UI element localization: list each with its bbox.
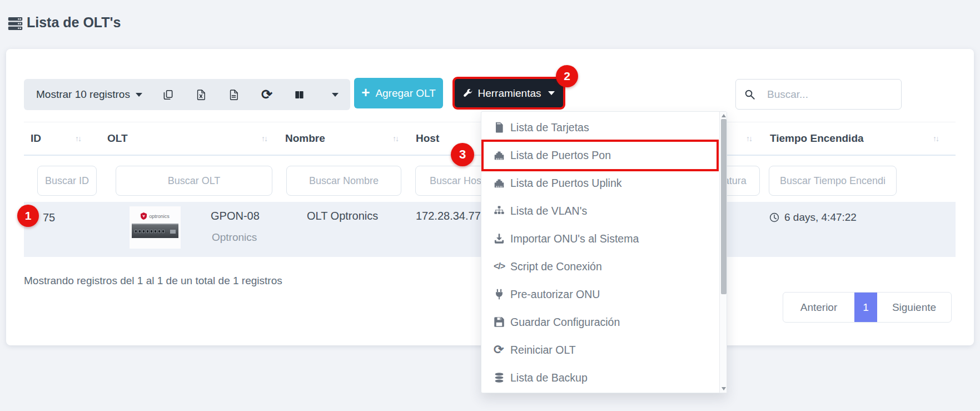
scroll-up-icon[interactable]: [722, 114, 726, 117]
cell-olt-model: GPON-08: [211, 210, 260, 222]
cell-olt-brand: Optronics: [212, 231, 257, 244]
menu-item-lista-de-vlans[interactable]: Lista de VLAN's: [481, 197, 727, 225]
scroll-down-icon[interactable]: [722, 387, 726, 390]
dropdown-scrollbar[interactable]: [719, 112, 727, 393]
menu-item-reiniciar-olt[interactable]: ⟳ Reiniciar OLT: [481, 336, 727, 364]
database-icon: [494, 372, 509, 383]
column-header-host[interactable]: Host: [416, 132, 439, 145]
server-icon: [8, 16, 23, 31]
cell-tiempo-encendida: 6 days, 4:47:22: [769, 211, 857, 224]
column-header-nombre[interactable]: Nombre: [285, 132, 325, 145]
sort-icon[interactable]: ↑↓: [392, 134, 398, 143]
menu-item-importar-onus[interactable]: Importar ONU's al Sistema: [481, 225, 727, 252]
filter-olt-input[interactable]: [116, 166, 272, 196]
ethernet-icon: [494, 150, 509, 161]
cell-id: 75: [43, 211, 55, 224]
annotation-step-2: 2: [556, 65, 578, 87]
sd-card-icon: [494, 122, 509, 133]
plus-icon: +: [361, 87, 370, 98]
filter-tiempo-input[interactable]: [769, 166, 897, 196]
search-icon: [744, 88, 755, 100]
olt-list-screen: Lista de OLT's Mostrar 10 registros: [0, 0, 980, 411]
menu-item-lista-de-puertos-pon[interactable]: Lista de Puertos Pon: [481, 141, 727, 169]
cell-nombre: OLT Optronics: [307, 210, 378, 222]
copy-icon[interactable]: [162, 88, 175, 101]
columns-visibility-icon[interactable]: [293, 88, 306, 101]
olt-chassis-graphic: [132, 224, 178, 238]
length-menu[interactable]: Mostrar 10 registros: [36, 88, 130, 101]
chevron-down-icon: [548, 91, 555, 95]
search-input[interactable]: [766, 88, 896, 101]
menu-item-lista-de-puertos-uplink[interactable]: Lista de Puertos Uplink: [481, 169, 727, 197]
table-info: Mostrando registros del 1 al 1 de un tot…: [24, 275, 282, 287]
pagination-next[interactable]: Siguiente: [877, 293, 951, 322]
menu-item-pre-autorizar-onu[interactable]: Pre-autorizar ONU: [481, 280, 727, 308]
menu-item-lista-de-backup[interactable]: Lista de Backup: [481, 364, 727, 392]
cell-host: 172.28.34.77: [416, 210, 481, 222]
tools-dropdown-menu: Lista de Tarjetas Lista de Puertos Pon: [481, 111, 727, 393]
pagination-previous[interactable]: Anterior: [783, 293, 854, 322]
menu-item-lista-de-tarjetas[interactable]: Lista de Tarjetas: [481, 113, 727, 141]
add-olt-button[interactable]: + Agregar OLT: [354, 78, 443, 108]
chevron-down-icon: [136, 93, 142, 97]
table-search: [735, 79, 902, 110]
clock-icon: [769, 212, 780, 223]
column-header-id[interactable]: ID: [31, 132, 41, 145]
column-header-tiempo-encendida[interactable]: Tiempo Encendida: [770, 132, 864, 145]
table-controls-bar: Mostrar 10 registros: [24, 79, 350, 110]
wrench-icon: [463, 88, 472, 98]
olt-device-image: optronics: [130, 206, 181, 249]
pagination: Anterior 1 Siguiente: [783, 292, 952, 323]
sort-icon[interactable]: ↑↓: [75, 134, 81, 143]
save-icon: [494, 316, 509, 328]
annotation-step-1: 1: [17, 205, 39, 227]
excel-export-icon[interactable]: [195, 88, 207, 101]
filter-id-input[interactable]: [37, 166, 97, 196]
menu-item-script-de-conexion[interactable]: </> Script de Conexión: [481, 252, 727, 280]
download-icon: [494, 233, 509, 244]
sort-icon[interactable]: ↑↓: [746, 134, 752, 143]
page-title: Lista de OLT's: [27, 14, 121, 31]
column-header-olt[interactable]: OLT: [107, 132, 128, 145]
optronics-logo: optronics: [141, 212, 170, 220]
pagination-page-1[interactable]: 1: [854, 293, 877, 322]
refresh-icon: ⟳: [494, 344, 509, 355]
scrollbar-thumb[interactable]: [721, 119, 727, 294]
sitemap-icon: [494, 205, 509, 216]
filter-nombre-input[interactable]: [286, 166, 401, 196]
sort-icon[interactable]: ↑↓: [933, 134, 938, 143]
tools-dropdown-button[interactable]: Herramientas: [455, 79, 563, 107]
file-export-icon[interactable]: [228, 88, 240, 101]
sort-icon[interactable]: ↑↓: [261, 134, 267, 143]
plug-icon: [494, 289, 509, 300]
chevron-down-icon[interactable]: [332, 93, 339, 97]
ethernet-icon: [494, 177, 509, 189]
code-icon: </>: [494, 261, 509, 271]
refresh-icon[interactable]: ⟳: [261, 88, 273, 101]
annotation-step-3: 3: [451, 143, 474, 166]
menu-item-guardar-configuracion[interactable]: Guardar Configuración: [481, 308, 727, 336]
